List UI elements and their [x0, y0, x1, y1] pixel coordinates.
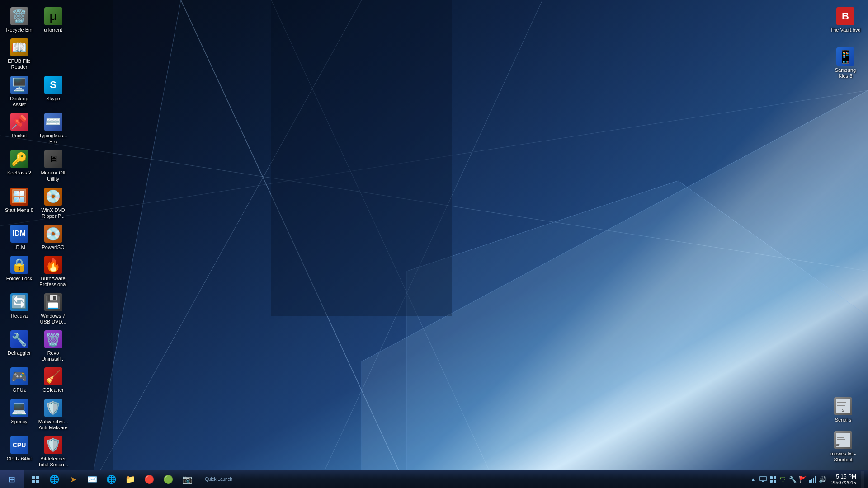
utorrent-label: uTorrent — [44, 27, 62, 33]
chrome-icon: 🔴 — [144, 474, 154, 484]
typingmaster-label: TypingMas... Pro — [38, 133, 68, 145]
icon-the-vault[interactable]: B The Vault.bvd — [825, 5, 866, 36]
icon-skype[interactable]: S Skype — [36, 73, 70, 110]
desktop-assist-label: Desktop Assist — [4, 96, 34, 108]
desktop-icons-left: 🗑️ Recycle Bin μ uTorrent 📖 EPUB File Re… — [0, 0, 72, 475]
start-button[interactable]: ⊞ — [0, 470, 24, 488]
typingmaster-icon: ⌨️ — [44, 113, 62, 131]
vault-label: The Vault.bvd — [830, 27, 860, 33]
cpuz-icon: CPU — [10, 436, 28, 454]
taskbar-camera-icon[interactable]: 📷 — [178, 471, 196, 488]
icon-malwarebytes[interactable]: 🛡️ Malwarebyt... Anti-Malware — [36, 396, 70, 433]
tray-expand-icon[interactable]: ▲ — [749, 475, 757, 483]
icon-revo[interactable]: 🗑️ Revo Uninstall... — [36, 328, 70, 365]
epub-icon: 📖 — [10, 38, 28, 56]
icon-pocket[interactable]: 📌 Pocket — [2, 110, 36, 147]
idm-icon: IDM — [10, 225, 28, 243]
icon-speccy[interactable]: 💻 Speccy — [2, 396, 36, 433]
taskbar-right: ▲ 🛡 🔧 🚩 🔊 5:15 PM — [745, 470, 868, 488]
tray-monitor-icon[interactable] — [759, 475, 767, 483]
icon-movies-shortcut[interactable]: movies.txt - Shortcut — [823, 428, 863, 465]
icon-idm[interactable]: IDM I.D.M — [2, 222, 36, 253]
icon-typingmaster[interactable]: ⌨️ TypingMas... Pro — [36, 110, 70, 147]
pocket-icon: 📌 — [10, 113, 28, 131]
movies-icon — [834, 431, 852, 449]
folderlock-icon: 🔒 — [10, 256, 28, 274]
desktop-icons-right: B The Vault.bvd 📱 Samsung Kies 3 — [823, 0, 868, 87]
gpuz-label: GPUz — [13, 387, 26, 393]
skype-icon: S — [44, 76, 62, 94]
icon-defraggler[interactable]: 🔧 Defraggler — [2, 328, 36, 365]
svg-rect-30 — [770, 480, 773, 483]
quick-launch-label: Quick Launch — [201, 477, 234, 482]
svg-rect-13 — [837, 402, 846, 403]
idm-label: I.D.M — [13, 244, 25, 250]
icon-epub[interactable]: 📖 EPUB File Reader — [2, 36, 36, 73]
icon-burnaware[interactable]: 🔥 BurnAware Professional — [36, 253, 70, 290]
monitor-off-icon: 🖥 — [44, 150, 62, 168]
taskbar-ie-icon[interactable]: 🌐 — [45, 471, 63, 488]
keepass-label: KeePass 2 — [7, 170, 31, 176]
icon-startmenu8[interactable]: 🪟 Start Menu 8 — [2, 185, 36, 222]
icon-recuva[interactable]: 🔄 Recuva — [2, 291, 36, 328]
icon-serial-s[interactable]: S Serial s — [823, 394, 863, 426]
svg-rect-19 — [837, 437, 844, 438]
icon-gpuz[interactable]: 🎮 GPUz — [2, 365, 36, 396]
taskbar-grid-icon[interactable] — [26, 471, 44, 488]
camera-icon: 📷 — [182, 474, 192, 484]
bitdefender-label: Bitdefender Total Securi... — [38, 456, 68, 468]
svg-rect-27 — [762, 481, 764, 482]
tray-network-icon[interactable] — [809, 475, 817, 483]
malwarebytes-icon: 🛡️ — [44, 399, 62, 417]
icon-samsung-kies[interactable]: 📱 Samsung Kies 3 — [825, 45, 866, 82]
svg-rect-31 — [774, 480, 776, 483]
icon-desktop-assist[interactable]: 🖥️ Desktop Assist — [2, 73, 36, 110]
icon-winx-dvd[interactable]: 💿 WinX DVD Ripper P... — [36, 185, 70, 222]
clock[interactable]: 5:15 PM 29/07/2015 — [829, 473, 859, 486]
svg-rect-18 — [837, 436, 846, 436]
tray-grid-icon[interactable] — [769, 475, 777, 483]
svg-rect-32 — [809, 480, 811, 483]
icon-poweriso[interactable]: 💿 PowerISO — [36, 222, 70, 253]
icon-bitdefender[interactable]: 🛡️ Bitdefender Total Securi... — [36, 433, 70, 470]
svg-rect-15 — [837, 405, 845, 406]
icon-win7dvd[interactable]: 💾 Windows 7 USB DVD... — [36, 291, 70, 328]
taskbar-store-icon[interactable]: 🟢 — [159, 471, 177, 488]
revo-icon: 🗑️ — [44, 330, 62, 348]
tray-security-icon[interactable]: 🛡 — [779, 475, 787, 483]
speccy-label: Speccy — [11, 419, 27, 425]
tray-tool-icon[interactable]: 🔧 — [789, 475, 797, 483]
winx-dvd-label: WinX DVD Ripper P... — [38, 207, 68, 219]
recuva-icon: 🔄 — [10, 293, 28, 311]
icon-keepass[interactable]: 🔑 KeePass 2 — [2, 147, 36, 184]
taskbar-arrow-icon[interactable]: ➤ — [64, 471, 82, 488]
icon-recycle-bin[interactable]: 🗑️ Recycle Bin — [2, 5, 36, 36]
recuva-label: Recuva — [11, 313, 28, 319]
poweriso-icon: 💿 — [44, 225, 62, 243]
serial-label: Serial s — [835, 417, 852, 423]
utorrent-icon: μ — [44, 7, 62, 25]
ie-icon: 🌐 — [49, 474, 59, 484]
tray-flag-icon[interactable]: 🚩 — [799, 475, 807, 483]
icon-ccleaner[interactable]: 🧹 CCleaner — [36, 365, 70, 396]
taskbar: ⊞ 🌐 ➤ ✉️ 🌐 📁 🔴 — [0, 470, 868, 488]
icon-folderlock[interactable]: 🔒 Folder Lock — [2, 253, 36, 290]
svg-rect-35 — [815, 476, 816, 483]
icon-utorrent[interactable]: μ uTorrent — [36, 5, 70, 36]
tray-volume-icon[interactable]: 🔊 — [819, 475, 827, 483]
taskbar-email-icon[interactable]: ✉️ — [83, 471, 101, 488]
taskbar-browser-icon[interactable]: 🌐 — [102, 471, 120, 488]
svg-rect-34 — [813, 478, 814, 483]
win7dvd-icon: 💾 — [44, 293, 62, 311]
show-desktop-button[interactable] — [861, 471, 864, 488]
ccleaner-icon: 🧹 — [44, 367, 62, 385]
icon-cpuz[interactable]: CPU CPUz 64bit — [2, 433, 36, 470]
desktop: 🗑️ Recycle Bin μ uTorrent 📖 EPUB File Re… — [0, 0, 868, 488]
skype-label: Skype — [46, 96, 60, 102]
taskbar-chrome-icon[interactable]: 🔴 — [140, 471, 158, 488]
taskbar-folder-icon[interactable]: 📁 — [121, 471, 139, 488]
samsung-icon: 📱 — [836, 47, 854, 66]
svg-rect-26 — [760, 476, 766, 481]
icon-monitor-off[interactable]: 🖥 Monitor Off Utility — [36, 147, 70, 184]
winx-dvd-icon: 💿 — [44, 188, 62, 206]
